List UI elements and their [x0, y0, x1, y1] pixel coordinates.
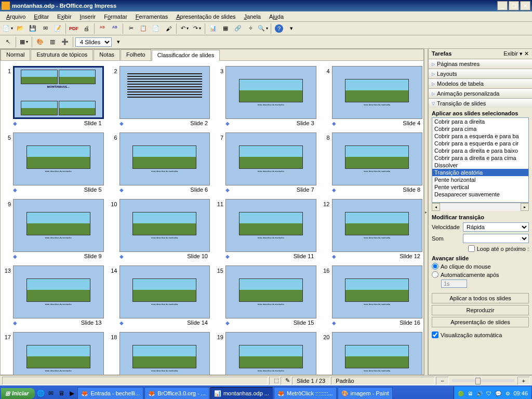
quicklaunch-mail-icon[interactable]: ✉	[46, 389, 56, 398]
spellcheck-button[interactable]: ᴬᴮ	[97, 23, 108, 34]
zoom-out-icon[interactable]: −	[436, 377, 448, 385]
hyperlink-button[interactable]: 🔗	[232, 23, 244, 34]
transition-item[interactable]: Cobrir para a direita e para cima	[432, 154, 528, 162]
clock[interactable]: 09:46	[513, 390, 528, 396]
task-montanhas[interactable]: 📊 montanhas.odp ...	[210, 387, 273, 399]
edit-doc-button[interactable]: 📝	[52, 23, 63, 34]
tasks-exibir-link[interactable]: Exibir ▾ ✕	[503, 50, 529, 57]
open-button[interactable]: 📂	[15, 23, 26, 34]
tab-normal[interactable]: Normal	[1, 49, 30, 60]
task-metroclick[interactable]: 🦊 MetrôClick ::::::::...	[274, 387, 337, 399]
print-button[interactable]: 🖨	[81, 23, 92, 34]
menu-arquivo[interactable]: Arquivo	[2, 12, 30, 21]
menu-inserir[interactable]: Inserir	[76, 12, 100, 21]
help-button[interactable]: ?	[273, 23, 285, 34]
autospell-button[interactable]: ᴬᴮ	[109, 23, 121, 34]
tray-icon-1[interactable]: 🟢	[457, 390, 464, 397]
menu-formatar[interactable]: Formatar	[100, 12, 131, 21]
menu-editar[interactable]: Editar	[30, 12, 53, 21]
menu-ajuda[interactable]: Ajuda	[265, 12, 288, 21]
transition-item[interactable]: Pente vertical	[432, 183, 528, 191]
slide-layout-button[interactable]: ▥	[47, 36, 58, 48]
slide-thumb[interactable]: texto descritivo da montanha	[225, 199, 316, 252]
slide-thumb[interactable]: texto descritivo da montanha	[13, 265, 104, 318]
slide-thumb[interactable]: texto descritivo da montanha	[225, 332, 316, 375]
task-entrada[interactable]: 🦊 Entrada - bechelli...	[77, 387, 143, 399]
transition-item[interactable]: Cobrir para a direita	[432, 118, 528, 125]
quicklaunch-desktop-icon[interactable]: 🖥	[57, 389, 66, 398]
redo-button[interactable]: ↷	[191, 23, 203, 34]
scroll-right-icon[interactable]: ▸	[521, 203, 529, 211]
navigator-button[interactable]: ✧	[245, 23, 256, 34]
scrollbar-track[interactable]	[440, 203, 521, 211]
apresentacao-button[interactable]: Apresentação de slides	[432, 317, 529, 327]
transition-list[interactable]: Cobrir para a direitaCobrir para cimaCob…	[432, 117, 529, 203]
slide-thumb[interactable]: texto descritivo da montanha	[225, 265, 316, 318]
slide-thumb[interactable]: texto descritivo da montanha	[332, 66, 423, 119]
transition-item[interactable]: Cobrir para a esquerda e para cir	[432, 140, 528, 147]
transition-item[interactable]: Cobrir para a direita e para baixo	[432, 147, 528, 154]
ao-clique-radio[interactable]	[432, 263, 438, 270]
save-button[interactable]: 💾	[27, 23, 38, 34]
slide-thumb[interactable]: texto descritivo da montanha	[119, 265, 210, 318]
slide-design-button[interactable]: 🎨	[34, 36, 46, 48]
panel-collapse-button[interactable]	[424, 49, 428, 375]
cut-button[interactable]: ✂	[125, 23, 137, 34]
zoom-slider[interactable]	[452, 379, 514, 382]
undo-button[interactable]: ↶	[179, 23, 190, 34]
transition-item[interactable]: Dissolver	[432, 162, 528, 169]
toolbar-overflow[interactable]: ▾	[286, 23, 297, 34]
task-paint[interactable]: 🎨 imagem - Paint	[338, 387, 393, 399]
slide-sorter[interactable]: 1MONTANHAS...Slide 12Slide 23texto descr…	[1, 61, 423, 375]
tray-icon-3[interactable]: 🔊	[476, 390, 483, 397]
tray-icon-4[interactable]: 🛡	[485, 390, 493, 397]
transition-item[interactable]: Transição aleatória	[432, 169, 528, 176]
pointer-button[interactable]: ↖	[2, 36, 14, 48]
menu-exibir[interactable]: Exibir	[53, 12, 76, 21]
table-button[interactable]: ▦	[220, 23, 231, 34]
transition-item[interactable]: Pente horizontal	[432, 176, 528, 183]
insert-slide-button[interactable]: ➕	[59, 36, 71, 48]
slide-thumb[interactable]: texto descritivo da montanha	[332, 332, 423, 375]
slide-thumb[interactable]: texto descritivo da montanha	[13, 132, 104, 185]
tab-folheto[interactable]: Folheto	[121, 49, 151, 60]
tab-estrutura[interactable]: Estrutura de tópicos	[31, 49, 93, 60]
slides-per-row-select[interactable]: 4 Slides	[75, 37, 112, 47]
section-animacao[interactable]: Animação personalizada	[429, 89, 532, 98]
copy-button[interactable]: 📋	[138, 23, 149, 34]
loop-checkbox[interactable]	[468, 245, 475, 252]
quicklaunch-media-icon[interactable]: ▶	[67, 389, 76, 398]
restore-button[interactable]: ❐	[509, 1, 519, 10]
auto-spinner[interactable]: 1s	[441, 280, 467, 288]
menu-janela[interactable]: Janela	[240, 12, 265, 21]
format-paint-button[interactable]: 🖌	[163, 23, 174, 34]
email-button[interactable]: ✉	[39, 23, 51, 34]
tray-icon-2[interactable]: 🖥	[467, 390, 474, 397]
section-paginas-mestres[interactable]: Páginas mestres	[429, 59, 532, 69]
zoom-button[interactable]: 🔍	[257, 23, 269, 34]
zoom-in-icon[interactable]: +	[517, 377, 530, 385]
slide-thumb[interactable]: texto descritivo da montanha	[332, 265, 423, 318]
slide-thumb[interactable]: texto descritivo da montanha	[13, 332, 104, 375]
chart-button[interactable]: 📊	[207, 23, 219, 34]
slide-thumb[interactable]: texto descritivo da montanha	[119, 199, 210, 252]
slide-thumb[interactable]: texto descritivo da montanha	[332, 132, 423, 185]
slide-thumb[interactable]	[119, 66, 210, 119]
slide-thumb[interactable]: texto descritivo da montanha	[332, 199, 423, 252]
section-modelos-tabela[interactable]: Modelos de tabela	[429, 79, 532, 88]
tab-notas[interactable]: Notas	[94, 49, 120, 60]
new-button[interactable]: 📄	[2, 23, 14, 34]
slideshow-button[interactable]: ▦	[18, 36, 30, 48]
toolbar2-overflow[interactable]: ▾	[113, 36, 124, 48]
menu-apresentacao[interactable]: Apresentação de slides	[172, 12, 240, 21]
slide-thumb[interactable]: texto descritivo da montanha	[119, 332, 210, 375]
aplicar-todos-button[interactable]: Aplicar a todos os slides	[432, 293, 529, 303]
slide-thumb[interactable]: texto descritivo da montanha	[225, 132, 316, 185]
close-button[interactable]: ✕	[520, 1, 530, 10]
transition-item[interactable]: Cobrir para a esquerda e para ba	[432, 132, 528, 140]
tray-icon-5[interactable]: 💬	[495, 390, 502, 397]
transition-item[interactable]: Desaparecer suavemente	[432, 191, 528, 198]
section-layouts[interactable]: Layouts	[429, 69, 532, 78]
tray-icon-6[interactable]: ⚙	[504, 390, 511, 397]
section-transicao[interactable]: Transição de slides	[429, 99, 532, 108]
